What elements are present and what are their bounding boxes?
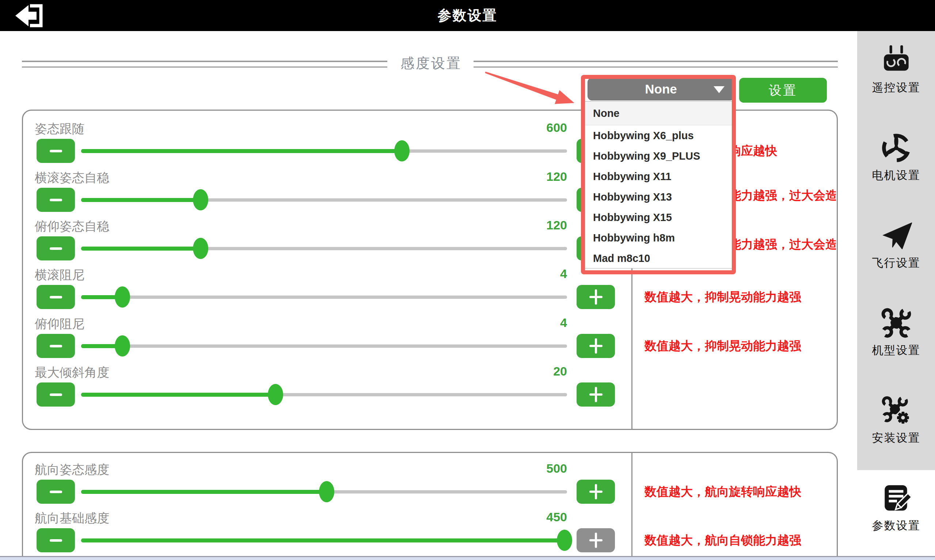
slider-thumb[interactable] (319, 481, 334, 502)
bottom-band (0, 557, 935, 560)
page-title: 参数设置 (0, 0, 935, 31)
row-value: 500 (457, 462, 567, 475)
set-button[interactable]: 设置 (739, 78, 827, 103)
dropdown-option-h8m[interactable]: Hobbywing h8m (584, 228, 733, 248)
plus-button-disabled[interactable] (577, 528, 615, 552)
slider-track[interactable] (81, 198, 567, 202)
slider-track[interactable] (81, 490, 567, 494)
sidebar-item-motor-settings[interactable]: 电机设置 (857, 131, 935, 183)
hint-roll-damping: 数值越大，抑制晃动能力越强 (644, 289, 836, 305)
plus-button[interactable] (577, 334, 615, 358)
back-button[interactable] (9, 3, 43, 29)
slider-fill (81, 246, 201, 251)
drone-gear-icon (857, 394, 935, 429)
row-label: 横滚阻尼 (35, 267, 85, 283)
minus-button[interactable] (37, 528, 75, 552)
minus-button[interactable] (37, 188, 75, 212)
parameter-settings-screen: 参数设置 感度设置 姿态跟随 600 横滚姿态自稳 120 (0, 0, 935, 560)
sidebar-item-remote-settings[interactable]: 遥控设置 (857, 43, 935, 95)
header-rule-right-top (474, 61, 838, 62)
chevron-down-icon (714, 86, 724, 93)
sidebar-item-install-settings[interactable]: 安装设置 (857, 394, 935, 446)
sidebar-item-label: 飞行设置 (857, 255, 935, 271)
slider-fill (81, 198, 201, 202)
row-label: 俯仰阻尼 (35, 315, 85, 332)
esc-dropdown-list: None Hobbywing X6_plus Hobbywing X9_PLUS… (584, 101, 734, 269)
minus-button[interactable] (37, 480, 75, 504)
slider-thumb[interactable] (115, 335, 130, 357)
title-bar: 参数设置 (0, 0, 935, 31)
row-value: 4 (457, 267, 567, 281)
row-value: 600 (457, 120, 567, 135)
slider-track[interactable] (81, 393, 567, 396)
row-value: 450 (457, 510, 567, 524)
hint-yaw-attitude: 数值越大，航向旋转响应越快 (644, 483, 836, 500)
hint-yaw-basic: 数值越大，航向自锁能力越强 (644, 532, 836, 549)
slider-track[interactable] (81, 149, 567, 153)
slider-track[interactable] (81, 345, 567, 348)
plus-button[interactable] (577, 285, 615, 309)
minus-button[interactable] (37, 236, 75, 260)
row-label: 最大倾斜角度 (35, 364, 109, 381)
remote-controller-icon (857, 43, 935, 78)
row-value: 120 (457, 169, 567, 184)
row-label: 横滚姿态自稳 (35, 169, 109, 186)
header-rule-left-top (22, 61, 387, 62)
slider-fill (81, 490, 327, 494)
row-label: 航向姿态感度 (35, 462, 109, 478)
header-rule-right-bottom (474, 66, 838, 68)
header-rule-left-bottom (22, 66, 387, 68)
minus-button[interactable] (37, 285, 75, 309)
row-label: 俯仰姿态自稳 (35, 218, 109, 235)
dropdown-selected-value: None (588, 78, 734, 100)
paper-plane-icon (857, 219, 935, 254)
sidebar-item-label: 电机设置 (857, 168, 935, 183)
slider-fill (81, 393, 275, 397)
dropdown-option-x6plus[interactable]: Hobbywing X6_plus (584, 125, 733, 146)
dropdown-option-m8c10[interactable]: Mad m8c10 (584, 248, 733, 269)
dropdown-option-x9plus[interactable]: Hobbywing X9_PLUS (584, 146, 733, 166)
sidebar-item-label: 安装设置 (857, 430, 935, 446)
quadcopter-icon (857, 306, 935, 341)
document-pencil-icon (857, 482, 935, 517)
row-value: 20 (457, 364, 567, 378)
slider-track[interactable] (81, 295, 567, 299)
back-icon (9, 24, 43, 29)
sidebar-item-parameter-settings[interactable]: 参数设置 (857, 482, 935, 533)
sidebar-item-label: 机型设置 (857, 343, 935, 358)
plus-button[interactable] (577, 480, 615, 504)
slider-thumb[interactable] (557, 530, 572, 551)
dropdown-option-x15[interactable]: Hobbywing X15 (584, 207, 733, 228)
sidebar-item-label: 遥控设置 (857, 80, 935, 95)
row-label: 航向基础感度 (35, 510, 109, 527)
slider-track[interactable] (81, 539, 567, 542)
sidebar-item-label: 参数设置 (857, 518, 935, 533)
minus-button[interactable] (37, 139, 75, 163)
slider-fill (81, 149, 402, 153)
dropdown-option-none[interactable]: None (584, 102, 733, 125)
slider-thumb[interactable] (193, 238, 208, 259)
propeller-icon (857, 131, 935, 166)
dropdown-option-x11[interactable]: Hobbywing X11 (584, 166, 733, 187)
hint-pitch-damping: 数值越大，抑制晃动能力越强 (644, 337, 836, 354)
minus-button[interactable] (37, 383, 75, 406)
slider-thumb[interactable] (268, 384, 283, 405)
dropdown-option-x13[interactable]: Hobbywing X13 (584, 187, 733, 207)
row-value: 120 (457, 218, 567, 232)
plus-button[interactable] (577, 383, 615, 406)
slider-thumb[interactable] (115, 286, 130, 308)
sidebar-item-flight-settings[interactable]: 飞行设置 (857, 219, 935, 271)
sidebar-item-frame-settings[interactable]: 机型设置 (857, 306, 935, 358)
row-value: 4 (457, 315, 567, 330)
slider-fill (81, 538, 564, 543)
row-label: 姿态跟随 (35, 120, 85, 137)
slider-row-max-tilt-angle: 最大倾斜角度 20 (0, 364, 838, 419)
slider-thumb[interactable] (193, 189, 208, 211)
slider-thumb[interactable] (394, 140, 410, 162)
minus-button[interactable] (37, 334, 75, 358)
section-title: 感度设置 (387, 54, 475, 73)
slider-track[interactable] (81, 247, 567, 250)
esc-dropdown-select[interactable]: None (587, 78, 734, 100)
